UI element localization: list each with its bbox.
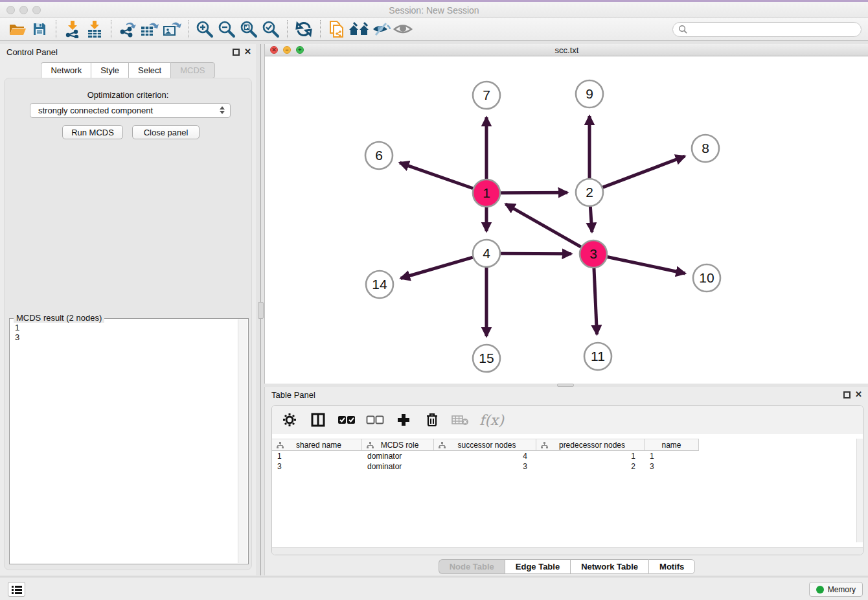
table-cell[interactable]: 1 bbox=[536, 451, 645, 461]
select-all-icon[interactable] bbox=[337, 410, 356, 430]
graph-edge-3-11[interactable] bbox=[594, 268, 597, 334]
graph-node-6[interactable]: 6 bbox=[365, 142, 393, 169]
graph-node-15[interactable]: 15 bbox=[473, 345, 500, 372]
table-settings-icon[interactable] bbox=[280, 410, 299, 430]
network-window-title: scc.txt bbox=[265, 45, 868, 55]
table-cell[interactable]: dominator bbox=[362, 451, 434, 461]
graph-node-4[interactable]: 4 bbox=[473, 240, 500, 267]
table-row[interactable]: 3dominator323 bbox=[272, 461, 863, 472]
table-rows: 1dominator4113dominator323 bbox=[272, 451, 863, 472]
zoom-in-icon[interactable] bbox=[194, 19, 216, 39]
tab-network-table[interactable]: Network Table bbox=[570, 559, 648, 574]
column-header-predecessor-nodes[interactable]: predecessor nodes bbox=[536, 439, 645, 451]
table-tabs: Node TableEdge TableNetwork TableMotifs bbox=[265, 559, 868, 574]
open-file-icon[interactable] bbox=[6, 19, 29, 39]
mcds-result-text[interactable]: 1 3 bbox=[10, 320, 238, 562]
zoom-fit-icon[interactable] bbox=[238, 19, 260, 39]
import-table-icon[interactable] bbox=[84, 19, 106, 39]
show-all-icon[interactable] bbox=[392, 19, 414, 39]
float-panel-icon[interactable] bbox=[233, 48, 240, 58]
duplicate-network-icon[interactable] bbox=[326, 19, 348, 39]
app-title: Session: New Session bbox=[0, 5, 868, 16]
column-visibility-icon[interactable] bbox=[308, 410, 328, 430]
function-builder-icon[interactable]: f(x) bbox=[479, 412, 504, 428]
import-network-icon[interactable] bbox=[62, 19, 84, 39]
table-cell[interactable]: dominator bbox=[362, 461, 434, 472]
delete-table-icon[interactable] bbox=[451, 410, 470, 430]
toolbar-separator bbox=[56, 20, 56, 38]
mcds-result-scrollbar[interactable] bbox=[238, 319, 247, 563]
graph-node-3[interactable]: 3 bbox=[580, 240, 607, 268]
search-input[interactable] bbox=[688, 25, 850, 34]
table-cell[interactable]: 1 bbox=[272, 451, 362, 461]
export-table-icon[interactable] bbox=[139, 19, 161, 39]
tab-network[interactable]: Network bbox=[41, 62, 91, 78]
splitter-grip[interactable] bbox=[258, 302, 264, 319]
tab-mcds[interactable]: MCDS bbox=[170, 62, 214, 78]
memory-button[interactable]: Memory bbox=[809, 582, 863, 597]
network-window-titlebar[interactable]: ✕ − + scc.txt bbox=[265, 44, 868, 56]
graph-edge-4-14[interactable] bbox=[401, 257, 473, 278]
close-panel-button[interactable]: Close panel bbox=[132, 125, 200, 139]
task-history-button[interactable] bbox=[8, 582, 25, 597]
refresh-icon[interactable] bbox=[293, 19, 315, 39]
close-panel-icon[interactable]: ✕ bbox=[244, 47, 251, 56]
run-mcds-button[interactable]: Run MCDS bbox=[62, 125, 123, 139]
column-header-MCDS-role[interactable]: MCDS role bbox=[362, 439, 434, 451]
graph-edge-4-3[interactable] bbox=[501, 253, 571, 254]
graph-node-7[interactable]: 7 bbox=[473, 82, 500, 109]
graph-node-9[interactable]: 9 bbox=[576, 80, 603, 108]
table-cell[interactable]: 2 bbox=[536, 461, 645, 472]
tab-edge-table[interactable]: Edge Table bbox=[505, 559, 570, 574]
graph-node-14[interactable]: 14 bbox=[366, 271, 393, 298]
graph-node-10[interactable]: 10 bbox=[693, 264, 720, 292]
float-panel-icon[interactable] bbox=[843, 391, 851, 400]
table-cell[interactable]: 1 bbox=[645, 451, 699, 461]
graph-edge-3-1[interactable] bbox=[506, 204, 581, 247]
svg-text:6: 6 bbox=[375, 148, 383, 163]
deselect-all-icon[interactable] bbox=[365, 410, 385, 430]
table-cell[interactable]: 3 bbox=[434, 461, 536, 472]
table-cell[interactable]: 3 bbox=[645, 461, 699, 472]
control-panel-title: Control Panel bbox=[6, 47, 58, 57]
first-neighbors-icon[interactable] bbox=[348, 19, 370, 39]
graph-edge-3-10[interactable] bbox=[608, 257, 685, 273]
column-header-shared-name[interactable]: shared name bbox=[272, 439, 362, 451]
tab-node-table[interactable]: Node Table bbox=[439, 559, 505, 574]
save-session-icon[interactable] bbox=[29, 19, 51, 39]
vertical-splitter[interactable] bbox=[256, 44, 264, 575]
criterion-dropdown[interactable]: strongly connected component bbox=[30, 103, 231, 118]
search-field[interactable] bbox=[672, 22, 862, 37]
status-bar: Memory bbox=[0, 577, 868, 600]
column-header-name[interactable]: name bbox=[645, 439, 699, 451]
graph-edge-2-3[interactable] bbox=[590, 207, 591, 232]
zoom-out-icon[interactable] bbox=[216, 19, 238, 39]
close-panel-icon[interactable]: ✕ bbox=[855, 389, 862, 399]
table-row[interactable]: 1dominator411 bbox=[272, 451, 863, 461]
export-network-icon[interactable] bbox=[117, 19, 139, 39]
graph-node-11[interactable]: 11 bbox=[584, 343, 611, 370]
column-header-successor-nodes[interactable]: successor nodes bbox=[434, 439, 536, 451]
tab-select[interactable]: Select bbox=[128, 62, 170, 78]
table-cell[interactable]: 3 bbox=[272, 461, 362, 472]
network-graph[interactable]: 7968124314101511 bbox=[265, 56, 868, 384]
table-cell[interactable]: 4 bbox=[434, 451, 536, 461]
graph-edge-1-2[interactable] bbox=[501, 192, 567, 193]
zoom-selected-icon[interactable] bbox=[260, 19, 282, 39]
table-horizontal-scrollbar[interactable] bbox=[272, 547, 863, 555]
graph-edge-2-8[interactable] bbox=[603, 156, 685, 187]
hide-selected-icon[interactable] bbox=[370, 19, 392, 39]
graph-node-8[interactable]: 8 bbox=[692, 135, 719, 162]
graph-node-1[interactable]: 1 bbox=[473, 179, 500, 207]
tab-style[interactable]: Style bbox=[91, 62, 128, 78]
graph-edge-1-6[interactable] bbox=[400, 163, 473, 189]
graph-node-2[interactable]: 2 bbox=[576, 179, 603, 206]
table-vertical-scrollbar[interactable] bbox=[856, 439, 863, 542]
add-column-icon[interactable] bbox=[394, 410, 413, 430]
delete-column-icon[interactable] bbox=[422, 410, 442, 430]
main-toolbar bbox=[0, 18, 868, 41]
mcds-result-box: MCDS result (2 nodes) 1 3 bbox=[9, 318, 249, 564]
tab-motifs[interactable]: Motifs bbox=[648, 559, 695, 574]
export-image-icon[interactable] bbox=[161, 19, 183, 39]
svg-text:10: 10 bbox=[699, 270, 714, 285]
